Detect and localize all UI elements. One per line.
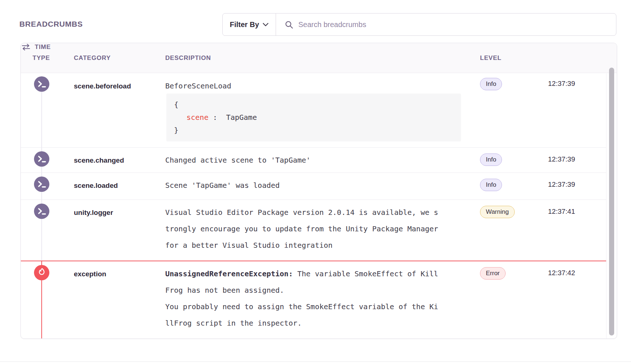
column-header-level: LEVEL — [480, 54, 502, 62]
breadcrumbs-table: TYPE CATEGORY DESCRIPTION LEVEL TIME — [20, 43, 617, 339]
terminal-icon — [34, 151, 49, 167]
chevron-down-icon — [262, 23, 269, 27]
breadcrumb-row-exception: exception UnassignedReferenceException: … — [21, 261, 606, 338]
code-line: scene : TapGame — [174, 111, 461, 124]
page-bottom-divider — [0, 361, 631, 362]
breadcrumb-data-codeblock: { scene : TapGame } — [166, 94, 461, 141]
breadcrumb-description: UnassignedReferenceException: The variab… — [165, 266, 466, 331]
terminal-icon — [34, 177, 49, 192]
filter-by-label: Filter By — [230, 20, 259, 29]
search-input[interactable] — [298, 20, 616, 29]
breadcrumb-category: scene.changed — [74, 156, 124, 164]
code-close-brace: } — [174, 124, 461, 137]
page-title: BREADCRUMBS — [19, 20, 83, 29]
search-icon — [284, 20, 294, 29]
column-header-category: CATEGORY — [74, 54, 111, 62]
breadcrumb-category: scene.beforeload — [74, 82, 131, 90]
column-header-description: DESCRIPTION — [165, 54, 211, 62]
column-header-time[interactable]: TIME — [21, 43, 617, 51]
breadcrumb-time: 12:37:39 — [548, 181, 575, 189]
breadcrumb-time: 12:37:42 — [548, 269, 575, 277]
breadcrumb-time: 12:37:39 — [548, 80, 575, 88]
code-separator: : — [208, 113, 226, 122]
scroll-gutter-divider — [606, 73, 607, 338]
code-value: TapGame — [226, 113, 257, 122]
filter-search-control: Filter By — [222, 13, 616, 36]
breadcrumb-category: scene.loaded — [74, 182, 118, 190]
code-key: scene — [186, 113, 208, 122]
breadcrumbs-page: BREADCRUMBS Filter By TYPE CATEGORY DESC… — [0, 0, 631, 364]
level-badge-error: Error — [480, 267, 506, 280]
level-badge-warning: Warning — [480, 206, 515, 218]
breadcrumb-time: 12:37:41 — [548, 208, 575, 216]
column-header-type: TYPE — [33, 54, 50, 62]
flame-icon — [34, 265, 49, 280]
breadcrumb-description: BeforeSceneLoad — [165, 78, 466, 94]
search-area — [276, 14, 616, 35]
exception-name: UnassignedReferenceException: — [165, 269, 293, 278]
breadcrumb-description: Visual Studio Editor Package version 2.0… — [165, 204, 466, 254]
vertical-scrollbar[interactable] — [609, 68, 614, 335]
column-header-time-label: TIME — [35, 43, 51, 51]
breadcrumb-row-scene-beforeload: scene.beforeload BeforeSceneLoad { scene… — [21, 73, 606, 147]
level-badge-info: Info — [480, 78, 502, 90]
breadcrumb-row-scene-changed: scene.changed Changed active scene to 'T… — [21, 147, 606, 172]
code-open-brace: { — [174, 98, 461, 111]
breadcrumb-description: Scene 'TapGame' was loaded — [165, 177, 466, 194]
breadcrumb-description: Changed active scene to 'TapGame' — [165, 152, 466, 168]
filter-by-button[interactable]: Filter By — [223, 14, 276, 35]
sort-arrows-icon — [21, 43, 31, 51]
terminal-icon — [34, 76, 49, 92]
level-badge-info: Info — [480, 153, 502, 166]
breadcrumb-row-unity-logger: unity.logger Visual Studio Editor Packag… — [21, 200, 606, 261]
terminal-icon — [34, 204, 49, 219]
breadcrumb-category: exception — [74, 270, 106, 278]
table-header-row: TYPE CATEGORY DESCRIPTION LEVEL TIME — [21, 43, 617, 73]
breadcrumb-category: unity.logger — [74, 209, 113, 217]
level-badge-info: Info — [480, 179, 502, 191]
breadcrumb-time: 12:37:39 — [548, 155, 575, 163]
breadcrumb-row-scene-loaded: scene.loaded Scene 'TapGame' was loaded … — [21, 172, 606, 200]
